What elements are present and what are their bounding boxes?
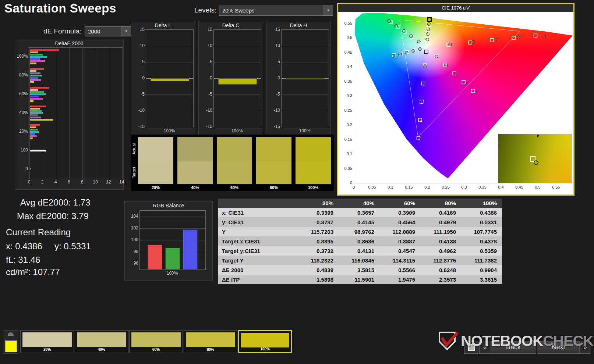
saturation-swatch-button[interactable]: 60%: [129, 330, 183, 353]
gridline: [146, 46, 193, 46]
cie-target-marker: [490, 39, 494, 42]
table-header-row: 20%40%60%80%100%: [218, 199, 502, 208]
axis-tick-label: -10: [269, 108, 280, 113]
actual-row-label: Actual: [132, 138, 136, 160]
axis-tick-label: 10: [133, 43, 145, 48]
table-cell: 0.3732: [298, 246, 339, 256]
cie-target-marker: [512, 36, 515, 40]
axis-tick-label: 5: [201, 59, 212, 64]
axis-tick-label: 100: [127, 237, 138, 242]
cie-measured-marker: [428, 18, 431, 21]
y-axis-labels: 100%80%60%40%20%1000: [16, 47, 28, 178]
x-axis-label: 100%: [281, 128, 328, 133]
y-axis-labels: 151050-5-10-15: [269, 29, 280, 126]
current-color-indicator: [5, 340, 17, 352]
cie-measured-marker: [399, 53, 402, 56]
brand-text-secondary: CHECK: [543, 333, 593, 349]
axis-tick-label: -15: [133, 124, 145, 129]
table-cell: 0.4169: [420, 208, 461, 217]
delta-bar: [286, 78, 325, 79]
axis-tick-label: 40%: [16, 110, 28, 115]
gridline: [146, 62, 193, 63]
saturation-swatch-button[interactable]: 40%: [75, 330, 128, 353]
actual-target-swatch-panel: Actual Target 20%40%60%80%100%: [131, 135, 334, 191]
cie-measured-marker: [464, 82, 467, 85]
current-reading-heading: Current Reading: [6, 227, 71, 238]
gridline: [82, 48, 83, 179]
table-cell: 0.4547: [379, 246, 420, 256]
table-cell: 3.5815: [339, 265, 379, 275]
delta-bar: [218, 78, 257, 85]
swatch-column: 60%: [217, 137, 252, 191]
deltae-bar: [30, 129, 38, 131]
table-row: ΔE ITP1.589811.59011.94752.35733.3615: [218, 275, 502, 284]
cie-measured-marker: [517, 36, 520, 39]
brand-text-primary: NOTEBOOK: [461, 333, 543, 349]
column-header: 40%: [339, 199, 379, 208]
target-swatch: [217, 161, 252, 184]
axis-tick-label: 20%: [16, 129, 28, 134]
cie-measured-marker: [395, 24, 397, 27]
levels-dropdown[interactable]: 20% Sweeps ▼: [219, 5, 333, 16]
column-header: 60%: [379, 199, 420, 208]
target-swatch: [296, 161, 331, 184]
table-cell: 98.9762: [339, 227, 379, 236]
saturation-swatch-button[interactable]: 80%: [184, 330, 237, 353]
deltae-bar: [30, 110, 42, 112]
deltae-bar: [30, 131, 39, 133]
column-header: [218, 199, 298, 208]
deltae-bar: [30, 60, 45, 62]
deltae-bar: [30, 133, 35, 135]
cie-measured-marker: [449, 43, 452, 46]
target-swatch: [177, 161, 213, 184]
table-cell: 0.4839: [298, 265, 339, 275]
cie-plot-area: 00.050.10.150.20.250.30.350.40.450.50.55…: [338, 12, 573, 195]
x-axis-label: 100%: [213, 128, 261, 133]
table-row: Target Y118.2322116.0845114.3115112.8775…: [218, 256, 502, 265]
cie-measured-marker: [435, 55, 438, 58]
saturation-swatch-button[interactable]: 100%: [238, 330, 292, 353]
axis-tick-label: -5: [269, 92, 280, 97]
deltae-bar: [30, 89, 38, 91]
deltae-bar: [30, 77, 38, 79]
table-cell: 2.3573: [420, 275, 461, 284]
swatch-label: 40%: [75, 347, 128, 351]
deltae-bar: [30, 91, 44, 93]
actual-swatch: [217, 137, 252, 161]
row-label: Target x:CIE31: [218, 236, 298, 246]
gridline: [282, 111, 329, 111]
axis-tick-label: 98: [127, 249, 138, 254]
deltae-bar: [30, 68, 44, 70]
table-cell: 0.5331: [461, 217, 502, 227]
table-row: ΔE 20000.48393.58150.55660.62480.9904: [218, 265, 502, 275]
max-de2000-stat: Max dE2000: 3.79: [17, 211, 89, 221]
deltae-bar: [30, 150, 46, 151]
column-header: 20%: [298, 199, 339, 208]
table-cell: 0.4564: [379, 217, 420, 227]
swatch-label: 20%: [21, 347, 74, 351]
cie-measured-marker: [388, 19, 390, 22]
saturation-swatch-button[interactable]: 20%: [20, 330, 74, 353]
cie-zoom-inset: [498, 134, 572, 183]
cie-measured-marker: [410, 35, 413, 38]
axis-tick-label: 6: [65, 179, 73, 185]
gridline: [214, 94, 261, 95]
cie-measured-marker: [427, 22, 430, 25]
axis-tick-label: -15: [269, 124, 280, 129]
cie-target-marker: [534, 34, 537, 37]
axis-tick-label: 10: [92, 179, 99, 185]
deltae-bar: [30, 98, 43, 100]
deltae-bar: [30, 96, 39, 97]
table-row: x: CIE310.33990.36570.39090.41690.4386: [218, 208, 502, 217]
deltae-bar: [30, 135, 37, 137]
swatch-label: 60%: [130, 347, 183, 351]
calman-app: Saturation Sweeps Levels: 20% Sweeps ▼ d…: [0, 0, 594, 364]
axis-tick-label: 104: [127, 214, 138, 219]
rgb-bar: [148, 245, 162, 270]
gridline: [282, 30, 329, 30]
row-label: Y: [218, 227, 298, 236]
de-formula-label: dE Formula:: [43, 27, 81, 35]
y-axis-labels: 1041021009896: [127, 210, 138, 269]
de-formula-dropdown[interactable]: 2000 ▼: [85, 26, 131, 36]
levels-label: Levels:: [194, 6, 216, 14]
